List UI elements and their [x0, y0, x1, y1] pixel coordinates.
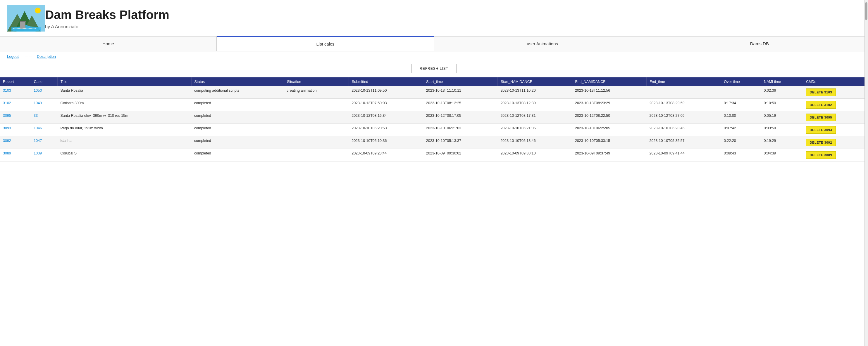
- case-link[interactable]: 1039: [34, 151, 42, 155]
- case-link[interactable]: 1050: [34, 89, 42, 93]
- nav-tabs: Home List calcs user Animations Dams DB: [0, 36, 868, 51]
- cell-nami-time: 0:02:36: [761, 86, 803, 99]
- table-row: 309533Santa Rosalia elev=390m w=310 res …: [0, 111, 868, 124]
- case-link[interactable]: 1046: [34, 126, 42, 130]
- cell-status: computing additional scripts: [191, 86, 284, 99]
- case-link[interactable]: 1049: [34, 101, 42, 105]
- delete-button[interactable]: DELETE 3089: [806, 151, 836, 159]
- cell-nami-time: 0:19:29: [761, 136, 803, 149]
- cell-status: completed: [191, 111, 284, 124]
- report-link[interactable]: 3093: [3, 126, 11, 130]
- cell-status: completed: [191, 149, 284, 162]
- svg-rect-6: [11, 27, 41, 32]
- cell-situation: [284, 124, 349, 136]
- logo-container: [7, 5, 45, 32]
- table-row: 31021049Corbara 300mcompleted2023-10-13T…: [0, 99, 868, 111]
- tab-list-calcs[interactable]: List calcs: [217, 36, 434, 51]
- cell-situation: [284, 136, 349, 149]
- report-link[interactable]: 3095: [3, 113, 11, 118]
- table-row: 30921047Idanhacompleted2023-10-10T05:10:…: [0, 136, 868, 149]
- cell-submitted: 2023-10-10T05:10:36: [349, 136, 423, 149]
- table-row: 30931046Pego do Altar, 192m widthcomplet…: [0, 124, 868, 136]
- cell-end-time: [647, 86, 721, 99]
- cell-situation: creating animation: [284, 86, 349, 99]
- cell-status: completed: [191, 136, 284, 149]
- col-submitted: Submitted: [349, 77, 423, 86]
- delete-button[interactable]: DELETE 3095: [806, 113, 836, 121]
- cell-nami-time: 0:03:59: [761, 124, 803, 136]
- cell-start-namidance: 2023-10-10T06:21:06: [497, 124, 572, 136]
- col-nami-time: NAMI time: [761, 77, 803, 86]
- col-report: Report: [0, 77, 31, 86]
- scrollbar-thumb[interactable]: [865, 2, 867, 20]
- cell-end-time: 2023-10-10T05:35:57: [647, 136, 721, 149]
- case-link[interactable]: 33: [34, 113, 38, 118]
- delete-button[interactable]: DELETE 3093: [806, 126, 836, 134]
- toolbar: Logout ------- Description: [0, 51, 868, 61]
- cell-title: Idanha: [57, 136, 191, 149]
- delete-button[interactable]: DELETE 3102: [806, 101, 836, 109]
- cell-report: 3102: [0, 99, 31, 111]
- delete-button[interactable]: DELETE 3103: [806, 89, 836, 96]
- svg-rect-8: [20, 21, 26, 22]
- cell-cmds: DELETE 3103: [803, 86, 868, 99]
- cell-start-time: 2023-10-09T09:30:02: [423, 149, 498, 162]
- tab-user-animations[interactable]: user Animations: [434, 36, 651, 51]
- cell-report: 3092: [0, 136, 31, 149]
- case-link[interactable]: 1047: [34, 139, 42, 143]
- cell-submitted: 2023-10-13T11:09:50: [349, 86, 423, 99]
- cell-end-namidance: 2023-10-10T05:33:15: [572, 136, 647, 149]
- app-title: Dam Breaks Platform: [45, 8, 169, 22]
- logout-link[interactable]: Logout: [7, 54, 19, 59]
- scrollbar[interactable]: [865, 0, 868, 162]
- cell-start-namidance: 2023-10-13T08:12:39: [497, 99, 572, 111]
- cell-start-time: 2023-10-10T06:21:03: [423, 124, 498, 136]
- report-link[interactable]: 3089: [3, 151, 11, 155]
- app-byline: by A Annunziato: [45, 24, 169, 30]
- cell-over-time: 0:10:00: [721, 111, 761, 124]
- cell-submitted: 2023-10-13T07:50:03: [349, 99, 423, 111]
- cell-over-time: 0:07:42: [721, 124, 761, 136]
- cell-submitted: 2023-10-12T08:16:34: [349, 111, 423, 124]
- cell-case: 1046: [31, 124, 57, 136]
- cell-status: completed: [191, 99, 284, 111]
- tab-dams-db[interactable]: Dams DB: [651, 36, 868, 51]
- col-case: Case: [31, 77, 57, 86]
- refresh-button[interactable]: REFRESH LIST: [411, 64, 457, 73]
- cell-report: 3089: [0, 149, 31, 162]
- app-logo: [7, 5, 45, 32]
- description-link[interactable]: Description: [37, 54, 56, 59]
- report-link[interactable]: 3102: [3, 101, 11, 105]
- cell-start-namidance: 2023-10-10T05:13:46: [497, 136, 572, 149]
- col-end-time: End_time: [647, 77, 721, 86]
- col-end-namidance: End_NAMIDANCE: [572, 77, 647, 86]
- report-link[interactable]: 3092: [3, 139, 11, 143]
- cell-cmds: DELETE 3095: [803, 111, 868, 124]
- cell-report: 3103: [0, 86, 31, 99]
- cell-title: Corubal S: [57, 149, 191, 162]
- cell-cmds: DELETE 3092: [803, 136, 868, 149]
- cell-nami-time: 0:05:19: [761, 111, 803, 124]
- col-cmds: CMDs: [803, 77, 868, 86]
- cell-cmds: DELETE 3093: [803, 124, 868, 136]
- cell-start-namidance: 2023-10-12T08:17:31: [497, 111, 572, 124]
- svg-point-1: [35, 8, 41, 13]
- cell-case: 1039: [31, 149, 57, 162]
- cell-end-time: 2023-10-12T08:27:05: [647, 111, 721, 124]
- col-over-time: Over time: [721, 77, 761, 86]
- cell-over-time: 0:09:43: [721, 149, 761, 162]
- tab-home[interactable]: Home: [0, 36, 217, 51]
- cell-start-time: 2023-10-10T05:13:37: [423, 136, 498, 149]
- cell-end-time: 2023-10-13T08:29:59: [647, 99, 721, 111]
- col-status: Status: [191, 77, 284, 86]
- cell-end-namidance: 2023-10-13T11:12:56: [572, 86, 647, 99]
- cell-case: 1050: [31, 86, 57, 99]
- cell-start-time: 2023-10-13T11:10:11: [423, 86, 498, 99]
- cell-status: completed: [191, 124, 284, 136]
- cell-title: Santa Rosalia: [57, 86, 191, 99]
- report-link[interactable]: 3103: [3, 89, 11, 93]
- cell-nami-time: 0:04:39: [761, 149, 803, 162]
- cell-title: Corbara 300m: [57, 99, 191, 111]
- svg-rect-7: [20, 21, 26, 29]
- delete-button[interactable]: DELETE 3092: [806, 139, 836, 146]
